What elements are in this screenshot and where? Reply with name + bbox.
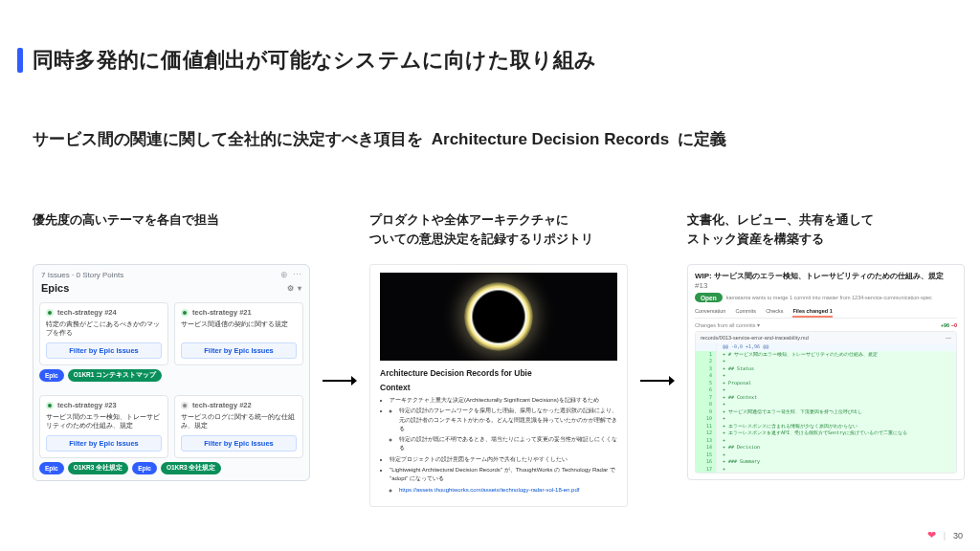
list-item: "Lightweight Architectural Decision Reco… — [390, 466, 617, 495]
diff-additions: +96 — [941, 322, 949, 328]
diff-line: 8+ — [696, 401, 956, 408]
tag-epic: Epic — [132, 462, 157, 474]
issue-open-icon — [181, 402, 189, 409]
tab-files-changed[interactable]: Files changed 1 — [792, 308, 832, 314]
gear-icon[interactable]: ⚙ — [287, 284, 294, 293]
epic-ref: tech-strategy #22 — [192, 401, 252, 409]
epic-card[interactable]: tech-strategy #21 サービス間通信の契約に関する規定 Filte… — [174, 302, 303, 365]
column-pr: 文書化、レビュー、共有を通して ストック資産を構築する WIP: サービス間のエ… — [687, 210, 965, 480]
arrow-right-icon — [322, 210, 358, 392]
pr-diff-card: WIP: サービス間のエラー検知、トレーサビリティのための仕組み、規定 #13 … — [687, 264, 965, 480]
diff-line: 16+ ### Summary — [696, 458, 956, 466]
diff-deletions: −0 — [951, 322, 957, 328]
funnel-icon[interactable]: ▾ — [298, 284, 301, 293]
epic-ref: tech-strategy #23 — [57, 401, 117, 409]
diff-line: 14+ ## Decision — [696, 444, 956, 452]
diff-line: 2+ — [696, 358, 956, 365]
diffstat: +96 −0 — [941, 322, 957, 328]
diff-line: 7+ ## Context — [696, 394, 956, 402]
slide-subtitle: サービス間の関連に関して全社的に決定すべき項目を Architecture De… — [33, 128, 726, 150]
epic-card[interactable]: tech-strategy #22 サービスのログに関する統一的な仕組み、規定 … — [174, 395, 303, 458]
overflow-icon[interactable]: ⋯ — [293, 270, 301, 279]
list-item: 特定プロジェクトの設計意図をチーム内外で共有したりやすくしたい — [390, 455, 617, 464]
epic-card[interactable]: tech-strategy #24 特定の責務がどこにあるべきかのマップを作る … — [39, 302, 168, 365]
diff-line: @@ -0,0 +1,96 @@ — [696, 343, 956, 351]
svg-marker-1 — [351, 376, 357, 386]
list-item-text: "Lightweight Architectural Decision Reco… — [390, 467, 615, 481]
tag-epic: Epic — [39, 462, 64, 474]
pr-tabs: Conversation Commits Checks Files change… — [695, 306, 957, 319]
diff-line: 17+ — [696, 466, 956, 474]
subtitle-keyword: Architecture Decision Records — [432, 130, 669, 148]
title-accent-bar — [17, 48, 23, 73]
issue-open-icon — [46, 309, 54, 317]
epic-desc: 特定の責務がどこにあるべきかのマップを作る — [46, 320, 162, 338]
tag-epic: Epic — [39, 369, 64, 382]
col1-heading: 優先度の高いテーマを各自で担当 — [33, 210, 310, 251]
epics-section-title: Epics — [41, 282, 69, 294]
list-item: 特定の設計のフレームワークを採用した理由、採用しなかった選択肢の記録により、元の… — [390, 407, 617, 452]
epic-ref: tech-strategy #21 — [192, 308, 252, 317]
column-adr: プロダクトや全体アーキテクチャに ついての意思決定を記録するリポジトリ Arch… — [369, 210, 628, 507]
subtitle-post: に定義 — [678, 130, 726, 148]
filter-by-epic-button[interactable]: Filter by Epic Issues — [181, 342, 297, 359]
diff-line: 15+ — [696, 452, 956, 459]
pr-meta-text: kamatama wants to merge 1 commit into ma… — [726, 295, 932, 300]
eclipse-icon — [464, 282, 533, 351]
tag-okr: O1KR3 全社規定 — [161, 462, 221, 474]
overflow-icon[interactable]: ⋯ — [946, 335, 951, 341]
pr-state-badge: Open — [695, 293, 723, 302]
filter-by-epic-button[interactable]: Filter by Epic Issues — [46, 342, 162, 359]
adr-bullet-list: アーキテクチャ上重大な決定(Architecturally Significan… — [380, 396, 617, 495]
diff-line: 11+ エラーレスポンスに含まれる情報が少なく原因がわからない — [696, 423, 956, 430]
changes-dropdown[interactable]: Changes from all commits ▾ — [695, 322, 760, 328]
diff-line: 1+ # サービス間のエラー検知、トレーサビリティのための仕組み、規定 — [696, 351, 956, 359]
slide-footer: ❤ | 30 — [927, 529, 963, 541]
tab-count: 1 — [830, 308, 833, 314]
diff-line: 13+ — [696, 437, 956, 445]
tag-okr: O1KR3 全社規定 — [68, 462, 128, 474]
tag-okr: O1KR1 コンテキストマップ — [68, 369, 162, 382]
tab-commits[interactable]: Commits — [735, 308, 756, 314]
diff-line: 4+ — [696, 372, 956, 380]
arrow-right-icon — [639, 210, 676, 392]
tab-label: Files changed — [792, 308, 828, 314]
epic-ref: tech-strategy #24 — [57, 308, 117, 317]
subtitle-pre: サービス間の関連に関して全社的に決定すべき項目を — [33, 130, 423, 148]
epic-card[interactable]: tech-strategy #23 サービス間のエラー検知、トレーサビリティのた… — [39, 395, 168, 458]
list-item: 特定の設計のフレームワークを採用した理由、採用しなかった選択肢の記録により、元の… — [399, 407, 617, 433]
adr-doc-title: Architecture Decision Records for Ubie — [380, 368, 617, 378]
epics-issues-count: 7 Issues · 0 Story Points — [41, 271, 123, 279]
issue-open-icon — [181, 309, 189, 317]
diff-line: 5+ Proposal — [696, 380, 956, 387]
diff-body: @@ -0,0 +1,96 @@1+ # サービス間のエラー検知、トレーサビリテ… — [696, 343, 956, 473]
pr-number: #13 — [695, 281, 707, 290]
adr-link[interactable]: https://assets.thoughtworks.com/assets/t… — [399, 487, 579, 493]
list-item: アーキテクチャ上重大な決定(Architecturally Significan… — [390, 396, 617, 405]
diff-line: 6+ — [696, 386, 956, 394]
adr-context-heading: Context — [380, 383, 617, 392]
footer-separator: | — [944, 531, 946, 540]
epic-desc: サービスのログに関する統一的な仕組み、規定 — [181, 412, 297, 430]
heart-icon: ❤ — [927, 529, 936, 541]
tab-checks[interactable]: Checks — [766, 308, 783, 314]
col3-heading: 文書化、レビュー、共有を通して ストック資産を構築する — [687, 210, 965, 251]
filter-by-epic-button[interactable]: Filter by Epic Issues — [181, 435, 297, 452]
tab-conversation[interactable]: Conversation — [695, 308, 725, 314]
diff-line: 12+ エラーレスポンスを返すAPI、受ける側双方でSentryに投げているので… — [696, 430, 956, 437]
pin-icon[interactable]: ⊕ — [280, 270, 288, 279]
epics-panel: 7 Issues · 0 Story Points ⊕ ⋯ Epics ⚙ ▾ … — [33, 264, 310, 481]
page-number: 30 — [953, 531, 963, 540]
pr-title: WIP: サービス間のエラー検知、トレーサビリティのための仕組み、規定 — [695, 272, 944, 280]
pr-file-path[interactable]: records/0013-service-error-and-traceabil… — [701, 335, 809, 341]
epic-desc: サービス間のエラー検知、トレーサビリティのための仕組み、規定 — [46, 412, 162, 430]
col2-heading: プロダクトや全体アーキテクチャに ついての意思決定を記録するリポジトリ — [369, 210, 628, 251]
pr-file-block: records/0013-service-error-and-traceabil… — [695, 331, 957, 474]
filter-by-epic-button[interactable]: Filter by Epic Issues — [46, 435, 162, 452]
diff-line: 3+ ## Status — [696, 365, 956, 373]
adr-doc-card: Architecture Decision Records for Ubie C… — [369, 264, 628, 507]
epic-desc: サービス間通信の契約に関する規定 — [181, 320, 297, 338]
list-item: 特定の設計が既に不明であるとき、場当たりによって変更の妥当性が確証しにくくなる — [399, 435, 617, 453]
issue-open-icon — [46, 402, 54, 409]
svg-marker-3 — [669, 376, 675, 386]
